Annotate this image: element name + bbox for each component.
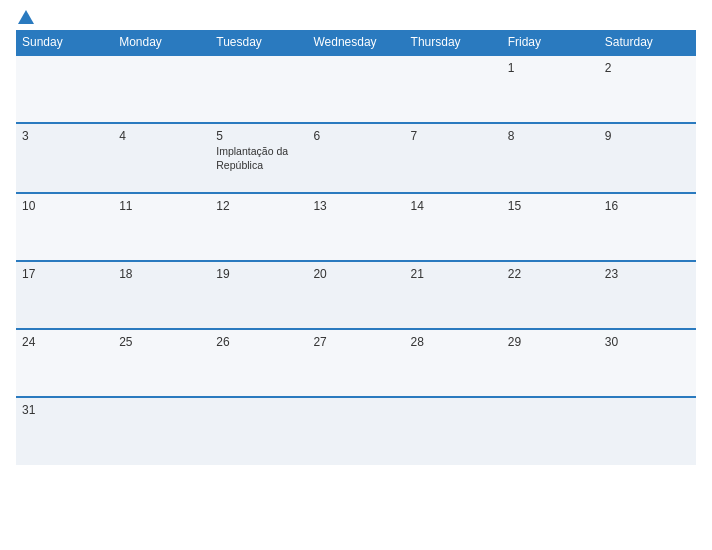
calendar-cell xyxy=(113,55,210,123)
day-number: 22 xyxy=(508,267,593,281)
weekday-header-wednesday: Wednesday xyxy=(307,30,404,55)
calendar-cell xyxy=(210,55,307,123)
calendar-header: SundayMondayTuesdayWednesdayThursdayFrid… xyxy=(16,30,696,55)
calendar-cell: 17 xyxy=(16,261,113,329)
calendar-cell: 14 xyxy=(405,193,502,261)
calendar-week-row: 31 xyxy=(16,397,696,465)
calendar-cell xyxy=(502,397,599,465)
calendar-cell: 31 xyxy=(16,397,113,465)
logo-top-row xyxy=(16,12,34,24)
calendar-cell: 20 xyxy=(307,261,404,329)
weekday-header-monday: Monday xyxy=(113,30,210,55)
day-number: 27 xyxy=(313,335,398,349)
day-number: 29 xyxy=(508,335,593,349)
weekday-header-row: SundayMondayTuesdayWednesdayThursdayFrid… xyxy=(16,30,696,55)
calendar-cell xyxy=(113,397,210,465)
calendar-cell: 4 xyxy=(113,123,210,193)
calendar-cell: 1 xyxy=(502,55,599,123)
day-number: 17 xyxy=(22,267,107,281)
weekday-header-sunday: Sunday xyxy=(16,30,113,55)
calendar-cell: 10 xyxy=(16,193,113,261)
calendar-week-row: 345Implantação da República6789 xyxy=(16,123,696,193)
calendar-cell: 6 xyxy=(307,123,404,193)
day-number: 26 xyxy=(216,335,301,349)
logo-block xyxy=(16,12,34,24)
day-number: 20 xyxy=(313,267,398,281)
calendar-cell: 23 xyxy=(599,261,696,329)
weekday-header-tuesday: Tuesday xyxy=(210,30,307,55)
day-number: 28 xyxy=(411,335,496,349)
day-number: 3 xyxy=(22,129,107,143)
weekday-header-friday: Friday xyxy=(502,30,599,55)
calendar-cell xyxy=(405,397,502,465)
calendar-week-row: 10111213141516 xyxy=(16,193,696,261)
day-number: 11 xyxy=(119,199,204,213)
day-number: 2 xyxy=(605,61,690,75)
day-number: 6 xyxy=(313,129,398,143)
calendar-cell: 25 xyxy=(113,329,210,397)
weekday-header-thursday: Thursday xyxy=(405,30,502,55)
calendar-cell: 21 xyxy=(405,261,502,329)
calendar-cell xyxy=(599,397,696,465)
calendar-cell: 24 xyxy=(16,329,113,397)
day-number: 21 xyxy=(411,267,496,281)
calendar-cell: 8 xyxy=(502,123,599,193)
calendar-cell xyxy=(16,55,113,123)
calendar-body: 12345Implantação da República67891011121… xyxy=(16,55,696,465)
day-number: 16 xyxy=(605,199,690,213)
calendar-cell: 29 xyxy=(502,329,599,397)
header xyxy=(16,12,696,24)
calendar-cell xyxy=(307,397,404,465)
calendar-cell: 16 xyxy=(599,193,696,261)
calendar-week-row: 24252627282930 xyxy=(16,329,696,397)
day-number: 13 xyxy=(313,199,398,213)
calendar-cell: 18 xyxy=(113,261,210,329)
day-number: 30 xyxy=(605,335,690,349)
day-number: 8 xyxy=(508,129,593,143)
calendar-cell: 12 xyxy=(210,193,307,261)
day-number: 15 xyxy=(508,199,593,213)
day-number: 5 xyxy=(216,129,301,143)
calendar-cell xyxy=(307,55,404,123)
calendar-week-row: 12 xyxy=(16,55,696,123)
day-number: 14 xyxy=(411,199,496,213)
calendar-cell: 26 xyxy=(210,329,307,397)
day-number: 9 xyxy=(605,129,690,143)
calendar-cell: 11 xyxy=(113,193,210,261)
calendar-cell: 22 xyxy=(502,261,599,329)
day-number: 18 xyxy=(119,267,204,281)
calendar-cell: 15 xyxy=(502,193,599,261)
calendar-cell: 13 xyxy=(307,193,404,261)
calendar-cell: 3 xyxy=(16,123,113,193)
logo-triangle-icon xyxy=(18,10,34,24)
day-number: 19 xyxy=(216,267,301,281)
day-number: 12 xyxy=(216,199,301,213)
weekday-header-saturday: Saturday xyxy=(599,30,696,55)
day-number: 7 xyxy=(411,129,496,143)
logo xyxy=(16,12,34,24)
calendar-cell xyxy=(405,55,502,123)
calendar-cell: 7 xyxy=(405,123,502,193)
calendar-cell: 2 xyxy=(599,55,696,123)
calendar-cell: 30 xyxy=(599,329,696,397)
day-number: 10 xyxy=(22,199,107,213)
calendar-table: SundayMondayTuesdayWednesdayThursdayFrid… xyxy=(16,30,696,465)
calendar-week-row: 17181920212223 xyxy=(16,261,696,329)
calendar-page: SundayMondayTuesdayWednesdayThursdayFrid… xyxy=(0,0,712,550)
day-number: 4 xyxy=(119,129,204,143)
calendar-cell: 5Implantação da República xyxy=(210,123,307,193)
day-number: 23 xyxy=(605,267,690,281)
calendar-cell: 27 xyxy=(307,329,404,397)
day-number: 31 xyxy=(22,403,107,417)
calendar-cell: 28 xyxy=(405,329,502,397)
calendar-cell xyxy=(210,397,307,465)
calendar-cell: 19 xyxy=(210,261,307,329)
day-number: 25 xyxy=(119,335,204,349)
day-number: 24 xyxy=(22,335,107,349)
event-text: Implantação da República xyxy=(216,145,301,172)
day-number: 1 xyxy=(508,61,593,75)
calendar-cell: 9 xyxy=(599,123,696,193)
